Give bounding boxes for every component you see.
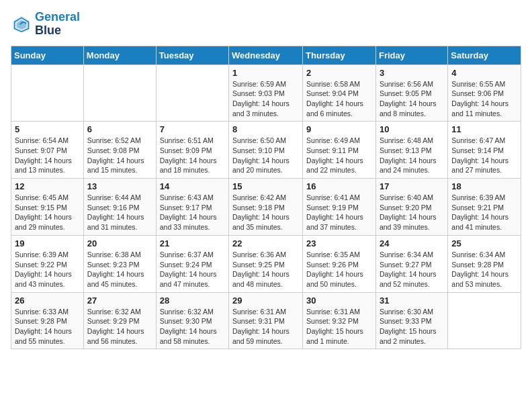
calendar-day-cell: 24Sunrise: 6:34 AM Sunset: 9:27 PM Dayli… (375, 235, 447, 292)
day-detail: Sunrise: 6:48 AM Sunset: 9:13 PM Dayligh… (380, 136, 444, 175)
day-detail: Sunrise: 6:55 AM Sunset: 9:06 PM Dayligh… (451, 79, 517, 119)
calendar-day-cell: 6Sunrise: 6:52 AM Sunset: 9:08 PM Daylig… (83, 122, 156, 179)
calendar-day-cell: 30Sunrise: 6:31 AM Sunset: 9:32 PM Dayli… (303, 292, 376, 349)
calendar-day-cell (83, 64, 156, 122)
day-number: 9 (306, 124, 372, 134)
day-number: 2 (306, 68, 372, 78)
weekday-header-cell: Monday (83, 46, 156, 64)
weekday-header-cell: Tuesday (156, 46, 228, 64)
day-detail: Sunrise: 6:44 AM Sunset: 9:16 PM Dayligh… (87, 193, 152, 232)
logo-icon (11, 13, 32, 35)
calendar-week-row: 19Sunrise: 6:39 AM Sunset: 9:22 PM Dayli… (11, 235, 521, 292)
day-number: 18 (451, 181, 517, 191)
day-detail: Sunrise: 6:50 AM Sunset: 9:10 PM Dayligh… (232, 136, 299, 175)
day-number: 15 (232, 181, 299, 191)
day-detail: Sunrise: 6:39 AM Sunset: 9:22 PM Dayligh… (15, 250, 80, 289)
day-detail: Sunrise: 6:33 AM Sunset: 9:28 PM Dayligh… (15, 307, 80, 347)
day-number: 14 (160, 181, 225, 191)
calendar-day-cell: 14Sunrise: 6:43 AM Sunset: 9:17 PM Dayli… (156, 179, 228, 236)
calendar-day-cell: 25Sunrise: 6:34 AM Sunset: 9:28 PM Dayli… (448, 235, 521, 292)
calendar-week-row: 12Sunrise: 6:45 AM Sunset: 9:15 PM Dayli… (11, 179, 521, 236)
day-detail: Sunrise: 6:52 AM Sunset: 9:08 PM Dayligh… (87, 136, 152, 175)
calendar-day-cell: 21Sunrise: 6:37 AM Sunset: 9:24 PM Dayli… (156, 235, 228, 292)
day-number: 3 (380, 68, 444, 78)
calendar-day-cell (11, 64, 84, 122)
day-detail: Sunrise: 6:45 AM Sunset: 9:15 PM Dayligh… (15, 193, 80, 232)
day-number: 13 (87, 181, 152, 191)
day-number: 12 (15, 181, 80, 191)
day-number: 16 (306, 181, 372, 191)
calendar-day-cell: 4Sunrise: 6:55 AM Sunset: 9:06 PM Daylig… (448, 64, 521, 122)
day-number: 29 (232, 295, 299, 306)
calendar-day-cell: 5Sunrise: 6:54 AM Sunset: 9:07 PM Daylig… (11, 122, 84, 179)
day-detail: Sunrise: 6:30 AM Sunset: 9:33 PM Dayligh… (380, 307, 444, 347)
calendar-day-cell: 20Sunrise: 6:38 AM Sunset: 9:23 PM Dayli… (83, 235, 156, 292)
calendar-day-cell: 9Sunrise: 6:49 AM Sunset: 9:11 PM Daylig… (303, 122, 376, 179)
page-header: GeneralBlue (11, 11, 521, 38)
day-number: 21 (160, 238, 225, 248)
day-detail: Sunrise: 6:34 AM Sunset: 9:27 PM Dayligh… (380, 250, 444, 289)
day-detail: Sunrise: 6:41 AM Sunset: 9:19 PM Dayligh… (306, 193, 372, 232)
day-detail: Sunrise: 6:47 AM Sunset: 9:14 PM Dayligh… (451, 136, 517, 175)
day-number: 6 (87, 124, 152, 134)
calendar-day-cell: 18Sunrise: 6:39 AM Sunset: 9:21 PM Dayli… (448, 179, 521, 236)
day-detail: Sunrise: 6:38 AM Sunset: 9:23 PM Dayligh… (87, 250, 152, 289)
calendar-week-row: 5Sunrise: 6:54 AM Sunset: 9:07 PM Daylig… (11, 122, 521, 179)
day-detail: Sunrise: 6:42 AM Sunset: 9:18 PM Dayligh… (232, 193, 299, 232)
day-number: 20 (87, 238, 152, 248)
day-number: 11 (451, 124, 517, 134)
calendar-week-row: 1Sunrise: 6:59 AM Sunset: 9:03 PM Daylig… (11, 64, 521, 122)
calendar-day-cell (156, 64, 228, 122)
day-number: 7 (160, 124, 225, 134)
logo-text: GeneralBlue (35, 11, 80, 38)
calendar-day-cell: 12Sunrise: 6:45 AM Sunset: 9:15 PM Dayli… (11, 179, 84, 236)
day-number: 24 (380, 238, 444, 248)
day-detail: Sunrise: 6:31 AM Sunset: 9:32 PM Dayligh… (306, 307, 372, 347)
calendar-day-cell: 2Sunrise: 6:58 AM Sunset: 9:04 PM Daylig… (303, 64, 376, 122)
day-detail: Sunrise: 6:59 AM Sunset: 9:03 PM Dayligh… (232, 79, 299, 119)
calendar-day-cell: 1Sunrise: 6:59 AM Sunset: 9:03 PM Daylig… (229, 64, 303, 122)
day-detail: Sunrise: 6:35 AM Sunset: 9:26 PM Dayligh… (306, 250, 372, 289)
day-number: 17 (380, 181, 444, 191)
day-number: 31 (380, 295, 444, 306)
day-number: 5 (15, 124, 80, 134)
day-number: 4 (451, 68, 517, 78)
day-detail: Sunrise: 6:51 AM Sunset: 9:09 PM Dayligh… (160, 136, 225, 175)
day-detail: Sunrise: 6:49 AM Sunset: 9:11 PM Dayligh… (306, 136, 372, 175)
day-number: 25 (451, 238, 517, 248)
day-detail: Sunrise: 6:32 AM Sunset: 9:29 PM Dayligh… (87, 307, 152, 347)
day-detail: Sunrise: 6:56 AM Sunset: 9:05 PM Dayligh… (380, 79, 444, 119)
day-number: 23 (306, 238, 372, 248)
day-number: 30 (306, 295, 372, 306)
day-number: 26 (15, 295, 80, 306)
calendar-day-cell: 19Sunrise: 6:39 AM Sunset: 9:22 PM Dayli… (11, 235, 84, 292)
calendar-day-cell (448, 292, 521, 349)
calendar-day-cell: 10Sunrise: 6:48 AM Sunset: 9:13 PM Dayli… (375, 122, 447, 179)
calendar-day-cell: 31Sunrise: 6:30 AM Sunset: 9:33 PM Dayli… (375, 292, 447, 349)
day-number: 19 (15, 238, 80, 248)
weekday-header-cell: Friday (375, 46, 447, 64)
calendar-day-cell: 26Sunrise: 6:33 AM Sunset: 9:28 PM Dayli… (11, 292, 84, 349)
day-detail: Sunrise: 6:36 AM Sunset: 9:25 PM Dayligh… (232, 250, 299, 289)
calendar-day-cell: 28Sunrise: 6:32 AM Sunset: 9:30 PM Dayli… (156, 292, 228, 349)
day-detail: Sunrise: 6:43 AM Sunset: 9:17 PM Dayligh… (160, 193, 225, 232)
calendar-day-cell: 23Sunrise: 6:35 AM Sunset: 9:26 PM Dayli… (303, 235, 376, 292)
day-detail: Sunrise: 6:54 AM Sunset: 9:07 PM Dayligh… (15, 136, 80, 175)
day-detail: Sunrise: 6:40 AM Sunset: 9:20 PM Dayligh… (380, 193, 444, 232)
calendar-day-cell: 11Sunrise: 6:47 AM Sunset: 9:14 PM Dayli… (448, 122, 521, 179)
calendar-day-cell: 3Sunrise: 6:56 AM Sunset: 9:05 PM Daylig… (375, 64, 447, 122)
day-detail: Sunrise: 6:31 AM Sunset: 9:31 PM Dayligh… (232, 307, 299, 347)
calendar-day-cell: 7Sunrise: 6:51 AM Sunset: 9:09 PM Daylig… (156, 122, 228, 179)
calendar-table: SundayMondayTuesdayWednesdayThursdayFrid… (11, 46, 521, 350)
calendar-day-cell: 8Sunrise: 6:50 AM Sunset: 9:10 PM Daylig… (229, 122, 303, 179)
day-detail: Sunrise: 6:39 AM Sunset: 9:21 PM Dayligh… (451, 193, 517, 232)
calendar-day-cell: 16Sunrise: 6:41 AM Sunset: 9:19 PM Dayli… (303, 179, 376, 236)
day-number: 10 (380, 124, 444, 134)
day-detail: Sunrise: 6:34 AM Sunset: 9:28 PM Dayligh… (451, 250, 517, 289)
calendar-day-cell: 13Sunrise: 6:44 AM Sunset: 9:16 PM Dayli… (83, 179, 156, 236)
calendar-day-cell: 22Sunrise: 6:36 AM Sunset: 9:25 PM Dayli… (229, 235, 303, 292)
day-number: 8 (232, 124, 299, 134)
day-number: 27 (87, 295, 152, 306)
weekday-header-cell: Sunday (11, 46, 84, 64)
calendar-body: 1Sunrise: 6:59 AM Sunset: 9:03 PM Daylig… (11, 64, 521, 349)
